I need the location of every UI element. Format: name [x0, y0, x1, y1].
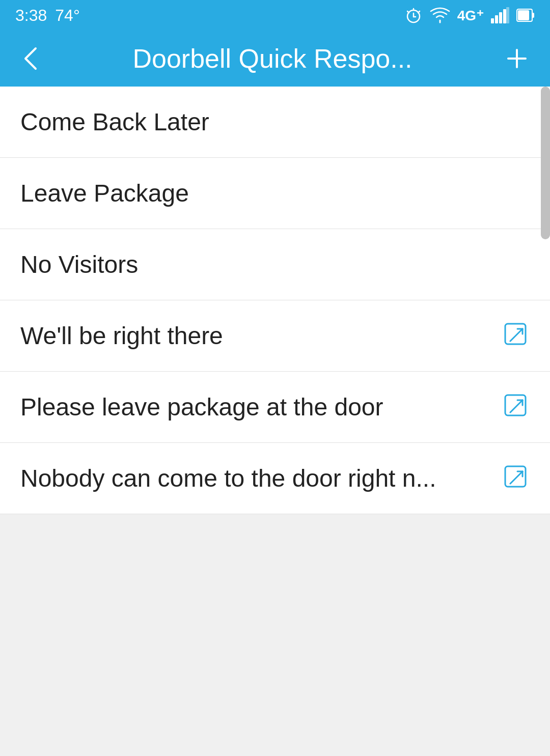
signal-icon [491, 7, 509, 23]
alarm-icon [404, 6, 423, 24]
list-item-nobody-can-come[interactable]: Nobody can come to the door right n... [0, 443, 550, 514]
list-item-please-leave-package[interactable]: Please leave package at the door [0, 372, 550, 443]
svg-line-21 [510, 400, 522, 412]
scrollbar[interactable] [541, 87, 550, 239]
bottom-area [0, 514, 550, 756]
status-temperature: 74° [55, 6, 79, 25]
item-label-come-back-later: Come Back Later [20, 108, 209, 136]
content-area: Come Back Later Leave Package No Visitor… [0, 87, 550, 514]
status-time: 3:38 [15, 6, 47, 25]
svg-rect-13 [518, 10, 529, 20]
battery-icon [516, 7, 535, 23]
header-title: Doorbell Quick Respo... [51, 43, 494, 74]
edit-icon-please-leave-package[interactable] [503, 393, 530, 422]
edit-icon-nobody-can-come[interactable] [503, 464, 530, 493]
svg-rect-7 [495, 15, 498, 23]
svg-rect-10 [506, 7, 509, 23]
network-type: 4G⁺ [457, 7, 484, 24]
add-button[interactable] [504, 46, 530, 71]
item-label-leave-package: Leave Package [20, 179, 189, 207]
status-right: 4G⁺ [404, 6, 535, 24]
svg-rect-9 [503, 9, 506, 23]
svg-line-17 [510, 329, 522, 341]
list-item-no-visitors[interactable]: No Visitors [0, 229, 550, 300]
svg-rect-8 [499, 12, 502, 23]
svg-line-25 [510, 471, 522, 484]
list-item-leave-package[interactable]: Leave Package [0, 158, 550, 229]
svg-line-4 [407, 11, 409, 13]
item-label-please-leave-package: Please leave package at the door [20, 393, 383, 421]
wifi-icon [430, 6, 450, 24]
svg-rect-12 [532, 13, 534, 18]
edit-icon-well-be-right-there[interactable] [503, 322, 530, 350]
back-button[interactable] [20, 43, 41, 74]
status-left: 3:38 74° [15, 6, 80, 25]
list-item-come-back-later[interactable]: Come Back Later [0, 87, 550, 158]
item-label-nobody-can-come: Nobody can come to the door right n... [20, 464, 436, 492]
status-bar: 3:38 74° [0, 0, 550, 31]
item-label-no-visitors: No Visitors [20, 250, 138, 278]
header-bar: Doorbell Quick Respo... [0, 31, 550, 87]
page-wrapper: 3:38 74° [0, 0, 550, 756]
svg-line-5 [418, 11, 420, 13]
list-item-well-be-right-there[interactable]: We'll be right there [0, 300, 550, 372]
svg-rect-6 [491, 18, 494, 23]
item-label-well-be-right-there: We'll be right there [20, 322, 223, 350]
